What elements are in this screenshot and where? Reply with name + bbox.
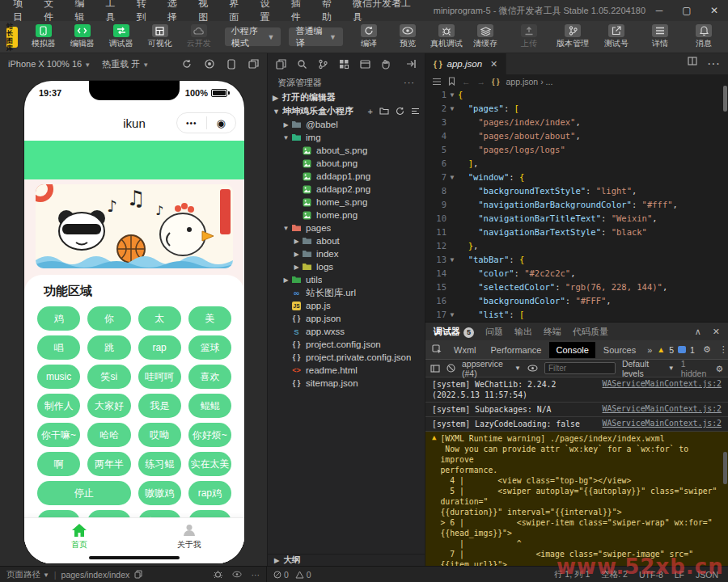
tree-item-home.png[interactable]: home.png bbox=[268, 209, 425, 221]
hand-icon[interactable] bbox=[381, 59, 391, 70]
fold-icon[interactable]: ▼ bbox=[447, 308, 458, 322]
fold-icon[interactable]: ▼ bbox=[447, 102, 458, 116]
log-levels-select[interactable]: Default levels ▼ bbox=[622, 359, 675, 378]
preview-icon[interactable] bbox=[360, 59, 370, 70]
panel-tab-代码质量[interactable]: 代码质量 bbox=[573, 326, 608, 338]
record-icon[interactable] bbox=[205, 59, 214, 69]
toolbar-button-预览[interactable]: 预览 bbox=[390, 24, 425, 49]
tree-item-project.private.config.json[interactable]: { }project.private.config.json bbox=[268, 351, 425, 364]
tree-item-logs[interactable]: ▶logs bbox=[268, 260, 425, 273]
more-actions-icon[interactable]: ··· bbox=[404, 78, 415, 87]
tree-item-addapp1.png[interactable]: addapp1.png bbox=[268, 170, 425, 183]
console-scrollbar[interactable] bbox=[723, 452, 727, 484]
sound-button-哇呵呵[interactable]: 哇呵呵 bbox=[138, 365, 181, 389]
dock-panel-icon[interactable] bbox=[406, 59, 417, 69]
status-item[interactable]: JSON bbox=[696, 570, 718, 580]
sound-button-我是[interactable]: 我是 bbox=[138, 394, 181, 418]
float-window-icon[interactable] bbox=[248, 59, 259, 69]
panel-tab-终端[interactable]: 终端 bbox=[544, 326, 561, 338]
toolbar-button-编译[interactable]: 编译 bbox=[351, 24, 387, 49]
sound-button-你干嘛~[interactable]: 你干嘛~ bbox=[37, 423, 80, 447]
minimize-icon[interactable]: ─ bbox=[645, 5, 673, 16]
console-sidebar-icon[interactable] bbox=[430, 365, 440, 373]
tree-item-index[interactable]: ▶index bbox=[268, 247, 425, 260]
log-source-link[interactable]: WAServiceMainContext.js:2 bbox=[603, 419, 722, 429]
devtools-tab-Console[interactable]: Console bbox=[549, 342, 595, 358]
page-path-value[interactable]: pages/index/index bbox=[61, 570, 130, 580]
collapse-panel-icon[interactable]: ∧ bbox=[695, 327, 701, 337]
devtools-menu-icon[interactable]: ⋮ bbox=[719, 344, 728, 355]
sound-button-rap鸡[interactable]: rap鸡 bbox=[188, 481, 231, 505]
fold-icon[interactable]: ▼ bbox=[447, 88, 458, 102]
devtools-settings-icon[interactable]: ⚙ bbox=[703, 344, 711, 355]
maximize-icon[interactable]: ▢ bbox=[673, 5, 700, 16]
status-item[interactable]: 空格: 2 bbox=[601, 569, 628, 580]
tree-item-readme.html[interactable]: <>readme.html bbox=[268, 364, 425, 377]
toolbar-button-编辑器[interactable]: 编辑器 bbox=[65, 24, 100, 49]
tree-item-img[interactable]: ▼img bbox=[268, 131, 425, 144]
tree-item-project.config.json[interactable]: { }project.config.json bbox=[268, 338, 425, 351]
console-filter-input[interactable] bbox=[544, 362, 616, 374]
capsule-menu[interactable]: ••• ◉ bbox=[176, 112, 236, 133]
log-source-link[interactable]: WAServiceMainContext.js:2 bbox=[603, 404, 722, 415]
device-select[interactable]: iPhone X 100% 16 ▼ bbox=[8, 59, 91, 69]
sound-button-你好烦~[interactable]: 你好烦~ bbox=[188, 423, 231, 447]
tree-item-站长图库.url[interactable]: ∞站长图库.url bbox=[268, 286, 425, 299]
swiper-image[interactable]: ♪ ♫ ♪ bbox=[36, 184, 233, 268]
tree-item-about.png[interactable]: about.png bbox=[268, 157, 425, 170]
more-dots-icon[interactable]: ••• bbox=[177, 119, 206, 128]
status-item[interactable]: LF bbox=[675, 570, 684, 580]
sound-button-两年半[interactable]: 两年半 bbox=[87, 452, 130, 476]
panel-tab-问题[interactable]: 问题 bbox=[485, 326, 503, 338]
back-icon[interactable]: ← bbox=[462, 77, 471, 86]
status-item[interactable]: 行 1, 列 1 bbox=[554, 569, 590, 580]
breadcrumb[interactable]: app.json › ... bbox=[506, 77, 553, 86]
tree-item-app.json[interactable]: { }app.json bbox=[268, 312, 425, 325]
pages-icon[interactable] bbox=[276, 59, 286, 70]
tree-item-addapp2.png[interactable]: addapp2.png bbox=[268, 183, 425, 196]
refresh-icon[interactable] bbox=[396, 107, 404, 116]
tree-item-sitemap.json[interactable]: { }sitemap.json bbox=[268, 377, 425, 390]
sound-button-制作人[interactable]: 制作人 bbox=[37, 394, 80, 418]
js-context-select[interactable]: appservice (#4) ▼ bbox=[462, 359, 521, 378]
toolbar-button-模拟器[interactable]: 模拟器 bbox=[26, 24, 61, 49]
sound-button-停止[interactable]: 停止 bbox=[37, 481, 131, 505]
sound-button-唱[interactable]: 唱 bbox=[37, 335, 80, 360]
log-source-link[interactable]: WAServiceMainContext.js:2 bbox=[603, 379, 722, 400]
tree-item-about_s.png[interactable]: about_s.png bbox=[268, 144, 425, 157]
error-count[interactable]: 0 bbox=[273, 570, 289, 580]
warning-count[interactable]: 0 bbox=[295, 570, 311, 580]
tree-item-@babel[interactable]: ▶@babel bbox=[268, 118, 425, 131]
tree-item-about[interactable]: ▶about bbox=[268, 234, 425, 247]
sound-button-篮球[interactable]: 篮球 bbox=[188, 335, 231, 360]
sound-button-你[interactable]: 你 bbox=[87, 306, 130, 331]
toolbar-button-测试号[interactable]: 测试号 bbox=[599, 24, 634, 49]
live-expression-icon[interactable] bbox=[527, 365, 538, 372]
split-editor-icon[interactable] bbox=[688, 57, 697, 71]
toolbar-button-详情[interactable]: 详情 bbox=[642, 24, 678, 49]
sound-button-哈哈[interactable]: 哈哈 bbox=[87, 423, 130, 447]
device-frame-icon[interactable] bbox=[227, 59, 235, 70]
tree-item-app.js[interactable]: JSapp.js bbox=[268, 299, 425, 312]
close-panel-icon[interactable]: ✕ bbox=[713, 327, 720, 337]
collapse-all-icon[interactable] bbox=[411, 107, 420, 116]
toolbar-button-真机调试[interactable]: 真机调试 bbox=[429, 24, 464, 49]
new-folder-icon[interactable] bbox=[379, 107, 389, 116]
close-icon[interactable]: ✕ bbox=[700, 5, 728, 16]
tab-首页[interactable]: 首页 bbox=[43, 523, 116, 550]
panel-tab-输出[interactable]: 输出 bbox=[514, 326, 532, 338]
page-path-select[interactable]: 页面路径 ▼ bbox=[6, 569, 49, 580]
devtools-tab-Wxml[interactable]: Wxml bbox=[447, 342, 483, 358]
capsule-close-icon[interactable]: ◉ bbox=[207, 117, 236, 129]
sound-button-大家好[interactable]: 大家好 bbox=[87, 394, 130, 418]
sound-button-啊[interactable]: 啊 bbox=[37, 452, 80, 476]
clear-console-icon[interactable] bbox=[447, 364, 455, 373]
toolbar-button-消息[interactable]: 消息 bbox=[686, 24, 722, 49]
project-section[interactable]: ▼ 坤坤鸡乐盒小程序 + bbox=[268, 104, 425, 118]
close-tab-icon[interactable]: ✕ bbox=[490, 59, 497, 70]
new-file-icon[interactable]: + bbox=[368, 107, 373, 116]
eye-status-icon[interactable] bbox=[232, 571, 242, 578]
sound-button-鸡[interactable]: 鸡 bbox=[37, 306, 80, 331]
editor-tab-appjson[interactable]: { } app.json ✕ bbox=[425, 53, 506, 74]
compile-mode-select[interactable]: 普通编译▼ bbox=[289, 27, 343, 46]
